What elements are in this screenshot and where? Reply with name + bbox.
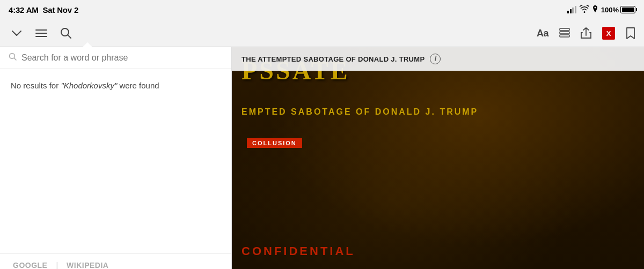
info-icon[interactable]: i [430, 54, 441, 64]
search-footer: GOOGLE | WIKIPEDIA [0, 253, 231, 270]
share-icon[interactable] [581, 27, 591, 39]
search-term: "Khodorkovsky" [61, 81, 117, 90]
search-spacer [0, 103, 231, 253]
book-title: THE ATTEMPTED SABOTAGE OF DONALD J. TRUM… [241, 55, 425, 63]
font-button[interactable]: Aa [537, 28, 548, 39]
right-toolbar: Aa X [528, 19, 644, 47]
layout-icon[interactable] [559, 28, 570, 39]
signal-icon [567, 6, 576, 13]
svg-rect-4 [560, 35, 569, 37]
menu-icon[interactable] [35, 29, 47, 37]
book-title-bar: THE ATTEMPTED SABOTAGE OF DONALD J. TRUM… [231, 47, 644, 71]
book-cover-background: PSSATE EMPTED SABOTAGE OF DONALD J. TRUM… [231, 47, 644, 269]
book-cover-subtitle: EMPTED SABOTAGE OF DONALD J. TRUMP [241, 106, 633, 118]
collusion-badge: COLLUSION [247, 138, 302, 148]
battery-icon [620, 6, 635, 13]
status-indicators: 100% [567, 5, 635, 14]
svg-rect-2 [560, 28, 569, 31]
status-time-date: 4:32 AM Sat Nov 2 [9, 5, 78, 14]
x-close-icon[interactable]: X [602, 27, 615, 40]
location-icon [592, 5, 598, 14]
status-bar: 4:32 AM Sat Nov 2 100% [0, 0, 644, 19]
no-results-message: No results for "Khodorkovsky" were found [0, 69, 231, 103]
footer-divider: | [56, 261, 58, 270]
chevron-down-icon[interactable] [11, 29, 23, 38]
wifi-icon [580, 5, 589, 14]
svg-point-0 [594, 7, 596, 9]
search-icon-small [9, 53, 17, 63]
google-search-link[interactable]: GOOGLE [13, 261, 47, 270]
search-icon[interactable] [60, 27, 72, 39]
bookmark-icon[interactable] [626, 27, 635, 40]
search-panel: No results for "Khodorkovsky" were found… [0, 47, 232, 269]
search-input-row [0, 47, 231, 69]
confidential-text: CONFIDENTIAL [241, 244, 355, 258]
wikipedia-search-link[interactable]: WIKIPEDIA [67, 261, 108, 270]
battery-indicator: 100% [601, 6, 635, 14]
search-input[interactable] [21, 53, 223, 63]
svg-rect-3 [560, 32, 569, 34]
